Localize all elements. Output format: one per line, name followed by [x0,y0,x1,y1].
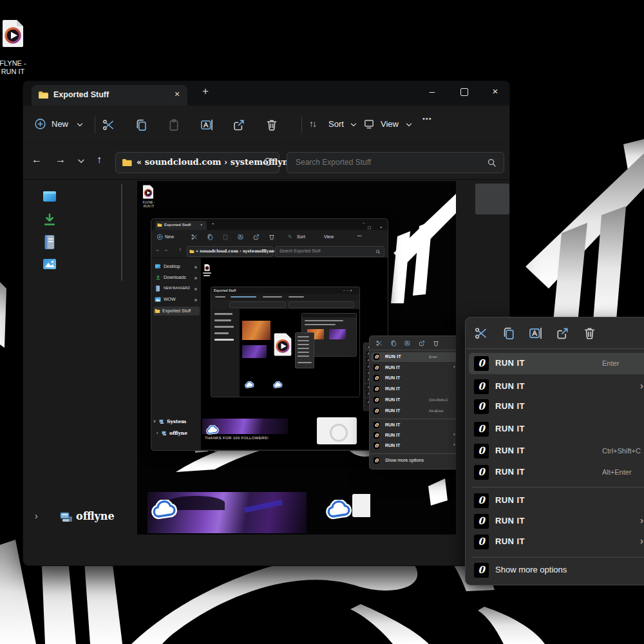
forward-button[interactable]: → [55,154,66,166]
context-menu: 0 RUN IT Enter 0 RUN IT › 0 RUN IT 0 RUN… [465,317,644,585]
share-button[interactable] [556,327,569,340]
audio-file-play-icon [1,19,24,48]
menu-item-run-it-8[interactable]: 0 RUN IT › [469,511,644,531]
sidebar-item-documents[interactable] [43,234,56,250]
desktop-shortcut-label: FLYNE - RUN IT [0,59,31,76]
sidebar-item-pictures[interactable] [43,258,57,270]
nested3-context-menu [295,332,314,368]
pin-icon [194,288,197,290]
up-button[interactable]: ↑ [97,154,102,166]
navigation-sidebar [23,179,129,565]
offlyne-zero-icon: 0 [474,356,489,371]
label: Downloads [164,275,186,279]
nested-sidebar-item-exported-stuff: Exported Stuff [153,307,200,316]
menu-item-run-it-9[interactable]: 0 RUN IT › [469,532,644,552]
white-file-card-partial [352,494,370,517]
rename-button[interactable] [529,327,542,340]
more-options-button[interactable]: ••• [422,115,432,122]
nested2-titlebar: Exported Stuff –▫× [211,287,359,294]
folder-icon [155,308,160,314]
tab-exported-stuff[interactable]: Exported Stuff × [32,85,187,106]
delete-button[interactable] [583,327,596,340]
back-button[interactable]: ← [32,154,42,166]
sort-button[interactable]: ↑↓ Sort [309,115,365,135]
nested-tree-system: ˅ System [153,419,201,427]
recent-locations-chevron-icon[interactable] [77,158,85,164]
nested-sidebar: Desktop Downloads NEW BANGERZ [151,258,201,450]
cloud-sync-icon [273,381,283,388]
nested-sidebar-item-new-bangerz: NEW BANGERZ [155,285,200,293]
menu-item-run-it-7[interactable]: 0 RUN IT [469,491,644,511]
window-minimize-button[interactable]: – [419,82,445,100]
nested-tab: Exported Stuff × [155,221,207,230]
nested-file-explorer-window: Exported Stuff × + – ▢ × New ↑↓ [151,218,388,451]
nested-tree-offlyne: › offlyne [156,430,202,439]
menu-item-show-more-options[interactable]: 0 Show more options [469,560,644,581]
cut-button[interactable] [475,327,488,340]
tab-close-icon[interactable]: × [175,89,180,99]
expander-chevron-icon[interactable]: › [35,511,38,521]
copy-button[interactable] [502,327,515,340]
nested-forward: → [164,247,168,252]
nested-breadcrumb: « soundcloud.com › systemofflyne [196,249,274,254]
new-button[interactable]: New [34,115,86,135]
menu-item-run-it-3[interactable]: 0 RUN IT [469,397,644,417]
search-icon [375,249,381,254]
cut-button[interactable] [102,118,115,131]
plus-circle-icon [34,118,46,130]
share-button[interactable] [232,118,245,131]
submenu-chevron-icon: › [640,535,643,546]
menu-item-run-it-5[interactable]: 0 RUN IT Ctrl+Shift+C [469,441,644,461]
nested-sort-label: Sort [297,234,305,239]
paste-button[interactable] [167,118,180,131]
menu-item-run-it-6[interactable]: 0 RUN IT Alt+Enter [469,462,644,482]
nested-sort-icon: ↑↓ [288,234,291,238]
window-close-button[interactable]: × [482,82,508,100]
window-maximize-button[interactable] [451,82,477,100]
breadcrumb-bar[interactable]: « soundcloud.com › systemofflyne [115,152,279,173]
pc-icon [159,419,165,424]
nested2-toolbar [211,294,359,300]
folder-icon [157,223,162,227]
file-tile-partial[interactable] [475,184,509,214]
rename-button[interactable] [200,118,213,131]
nested2-controls: –▫× [343,289,354,292]
menu-item-label: RUN IT [495,424,525,433]
search-box[interactable] [287,152,504,173]
sidebar-item-downloads[interactable] [43,213,57,227]
nested2-sidebar [211,309,240,397]
chevron-down-icon [406,122,412,128]
menu-item-run-it-4[interactable]: 0 RUN IT [469,419,644,439]
sidebar-item-offlyne-pc[interactable]: › offlyne [32,509,129,527]
expander-icon: › [156,431,158,435]
recursive-screenshot-thumbnail[interactable]: FLVNE - RUN IT Exported Stuff × + – ▢ × [137,181,456,535]
menu-item-shortcut: Ctrl+Shift+C [602,447,641,455]
label: Exported Stuff [162,308,191,313]
menu-item-run-it-1[interactable]: 0 RUN IT Enter [469,353,644,374]
copy-button[interactable] [135,118,147,131]
label: offlyne [169,430,187,436]
search-input[interactable] [294,157,458,167]
copy-icon [390,340,397,346]
caption-thanks: THANKS FOR 100 FOLLOWERS! [205,436,269,440]
delete-icon [269,234,275,240]
view-icon [363,118,375,129]
nested2-desktop-icon [204,264,210,271]
offlyne-zero-icon: 0 [474,465,489,480]
desktop-shortcut-offlyne-run-it[interactable]: FLYNE - RUN IT [0,18,28,70]
folder-icon [189,249,194,254]
purple-photo-thumbnail [242,345,267,358]
nested-sidebar-item-downloads: Downloads [155,274,200,282]
view-button[interactable]: View [363,115,420,135]
refresh-icon[interactable] [263,157,273,167]
delete-button[interactable] [265,118,278,131]
menu-item-run-it-2[interactable]: 0 RUN IT › [469,377,644,397]
nested-search-box: Search Exported Stuff [275,246,384,257]
pictures-icon [155,297,161,302]
folder-icon [38,90,49,100]
sidebar-item-desktop[interactable] [42,191,57,204]
new-tab-button[interactable]: + [202,85,209,98]
play-file-card [273,330,292,359]
label: System [167,419,186,424]
pc-icon [60,512,73,523]
